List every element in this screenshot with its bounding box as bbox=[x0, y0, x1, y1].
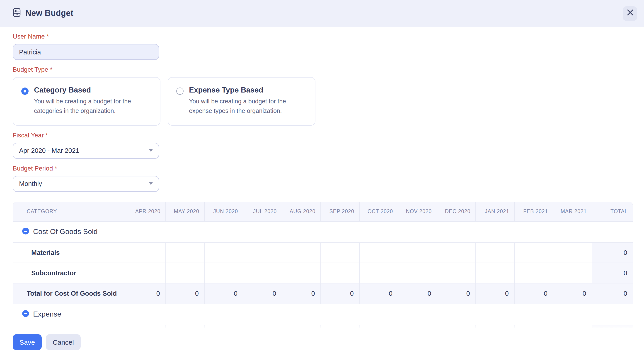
budget-table: CATEGORYAPR 2020MAY 2020JUN 2020JUL 2020… bbox=[13, 202, 633, 329]
column-header-sep-2020: SEP 2020 bbox=[321, 202, 360, 222]
close-icon bbox=[626, 9, 633, 18]
fiscal-year-value: Apr 2020 - Mar 2021 bbox=[19, 147, 79, 154]
column-header-apr-2020: APR 2020 bbox=[127, 202, 166, 222]
collapse-minus-icon[interactable] bbox=[22, 228, 29, 235]
group-label: Expense bbox=[33, 310, 62, 318]
category-cell: Materials bbox=[13, 242, 127, 263]
month-amount-cell[interactable] bbox=[127, 242, 166, 263]
month-amount-cell[interactable] bbox=[243, 242, 282, 263]
radio-expense-type-based-icon[interactable] bbox=[176, 88, 184, 95]
option-title: Expense Type Based bbox=[189, 86, 302, 94]
month-amount-cell[interactable] bbox=[321, 263, 360, 283]
group-row-spacer bbox=[127, 304, 633, 325]
budget-icon bbox=[13, 8, 21, 19]
radio-category-based-icon[interactable] bbox=[21, 88, 28, 95]
month-amount-cell[interactable] bbox=[514, 242, 553, 263]
modal-footer: Save Cancel bbox=[0, 328, 644, 356]
column-header-dec-2020: DEC 2020 bbox=[437, 202, 476, 222]
month-total-cell: 0 bbox=[127, 283, 166, 304]
category-cell: Total for Cost Of Goods Sold bbox=[13, 283, 127, 304]
month-amount-cell[interactable] bbox=[437, 242, 476, 263]
month-total-cell: 0 bbox=[437, 283, 476, 304]
cancel-button[interactable]: Cancel bbox=[46, 334, 80, 350]
month-total-cell: 0 bbox=[282, 283, 321, 304]
column-header-nov-2020: NOV 2020 bbox=[398, 202, 437, 222]
budget-type-label: Budget Type * bbox=[13, 66, 644, 73]
user-name-field[interactable] bbox=[13, 44, 159, 60]
month-amount-cell[interactable] bbox=[553, 263, 592, 283]
budget-period-label: Budget Period * bbox=[13, 165, 644, 172]
month-amount-cell[interactable] bbox=[398, 242, 437, 263]
column-header-total: TOTAL bbox=[592, 202, 633, 222]
user-name-label: User Name * bbox=[13, 33, 644, 40]
fiscal-year-select[interactable]: Apr 2020 - Mar 2021 bbox=[13, 143, 159, 159]
column-header-mar-2021: MAR 2021 bbox=[553, 202, 592, 222]
total-row: Total for Cost Of Goods Sold000000000000… bbox=[13, 283, 633, 304]
month-amount-cell[interactable] bbox=[514, 263, 553, 283]
column-header-feb-2021: FEB 2021 bbox=[514, 202, 553, 222]
month-amount-cell[interactable] bbox=[127, 263, 166, 283]
month-total-cell: 0 bbox=[321, 283, 360, 304]
group-category-cell: Expense bbox=[13, 304, 127, 325]
group-category-cell: Cost Of Goods Sold bbox=[13, 222, 127, 242]
month-total-cell: 0 bbox=[476, 283, 514, 304]
month-amount-cell[interactable] bbox=[476, 263, 514, 283]
option-expense-type-based[interactable]: Expense Type Based You will be creating … bbox=[168, 77, 316, 126]
month-amount-cell[interactable] bbox=[360, 263, 398, 283]
month-amount-cell[interactable] bbox=[360, 242, 398, 263]
month-total-cell: 0 bbox=[514, 283, 553, 304]
month-amount-cell[interactable] bbox=[437, 263, 476, 283]
group-row: Cost Of Goods Sold bbox=[13, 222, 633, 242]
collapse-minus-icon[interactable] bbox=[22, 310, 29, 317]
month-amount-cell[interactable] bbox=[553, 242, 592, 263]
month-total-cell: 0 bbox=[204, 283, 243, 304]
save-button[interactable]: Save bbox=[13, 334, 42, 350]
column-header-oct-2020: OCT 2020 bbox=[360, 202, 398, 222]
column-header-jan-2021: JAN 2021 bbox=[476, 202, 514, 222]
row-total-cell: 0 bbox=[592, 283, 633, 304]
month-amount-cell[interactable] bbox=[243, 263, 282, 283]
form-body: User Name * Budget Type * Category Based… bbox=[0, 33, 644, 329]
modal-header: New Budget bbox=[0, 0, 644, 27]
table-header-row: CATEGORYAPR 2020MAY 2020JUN 2020JUL 2020… bbox=[13, 202, 633, 222]
dropdown-caret-icon bbox=[149, 149, 153, 152]
month-total-cell: 0 bbox=[243, 283, 282, 304]
month-total-cell: 0 bbox=[360, 283, 398, 304]
column-header-category: CATEGORY bbox=[13, 202, 127, 222]
month-amount-cell[interactable] bbox=[204, 263, 243, 283]
row-total-cell: 0 bbox=[592, 263, 633, 283]
budget-table-container: CATEGORYAPR 2020MAY 2020JUN 2020JUL 2020… bbox=[13, 202, 633, 329]
budget-period-select[interactable]: Monthly bbox=[13, 176, 159, 192]
option-title: Category Based bbox=[34, 86, 147, 94]
close-button[interactable] bbox=[623, 6, 637, 21]
month-total-cell: 0 bbox=[398, 283, 437, 304]
item-row: Subcontractor0 bbox=[13, 263, 633, 283]
month-amount-cell[interactable] bbox=[398, 263, 437, 283]
month-amount-cell[interactable] bbox=[204, 242, 243, 263]
dropdown-caret-icon bbox=[149, 183, 153, 185]
month-amount-cell[interactable] bbox=[282, 242, 321, 263]
item-row: Materials0 bbox=[13, 242, 633, 263]
fiscal-year-label: Fiscal Year * bbox=[13, 132, 644, 139]
month-total-cell: 0 bbox=[553, 283, 592, 304]
group-row-spacer bbox=[127, 222, 633, 242]
month-amount-cell[interactable] bbox=[321, 242, 360, 263]
month-amount-cell[interactable] bbox=[166, 263, 204, 283]
column-header-jun-2020: JUN 2020 bbox=[204, 202, 243, 222]
budget-type-options: Category Based You will be creating a bu… bbox=[13, 77, 644, 126]
category-cell: Subcontractor bbox=[13, 263, 127, 283]
option-description: You will be creating a budget for the ex… bbox=[189, 97, 302, 116]
group-row: Expense bbox=[13, 304, 633, 325]
group-label: Cost Of Goods Sold bbox=[33, 228, 98, 236]
option-category-based[interactable]: Category Based You will be creating a bu… bbox=[13, 77, 160, 126]
column-header-jul-2020: JUL 2020 bbox=[243, 202, 282, 222]
month-amount-cell[interactable] bbox=[476, 242, 514, 263]
month-amount-cell[interactable] bbox=[282, 263, 321, 283]
row-total-cell: 0 bbox=[592, 242, 633, 263]
page-title: New Budget bbox=[26, 9, 74, 18]
month-amount-cell[interactable] bbox=[166, 242, 204, 263]
budget-period-value: Monthly bbox=[19, 180, 42, 188]
new-budget-modal: New Budget User Name * Budget Type * Cat… bbox=[0, 0, 644, 356]
month-total-cell: 0 bbox=[166, 283, 204, 304]
column-header-aug-2020: AUG 2020 bbox=[282, 202, 321, 222]
